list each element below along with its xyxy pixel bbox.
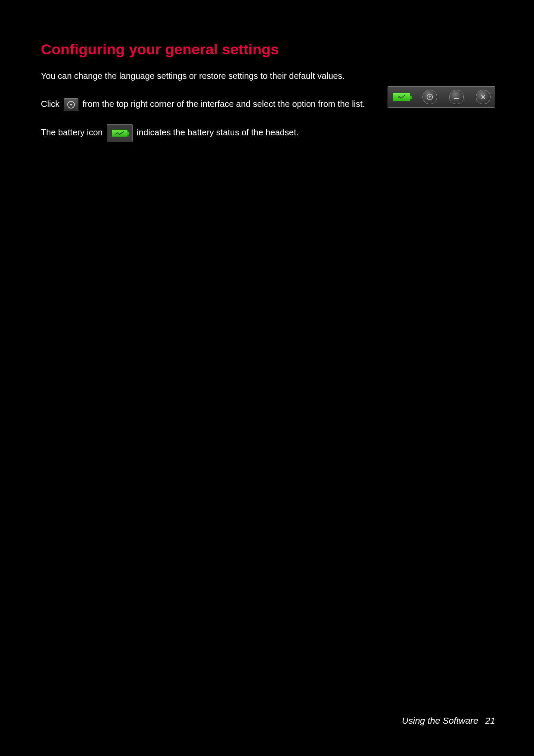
battery-icon (392, 93, 410, 101)
manual-page: Configuring your general settings You ca… (0, 0, 534, 756)
page-footer: Using the Software 21 (402, 715, 495, 726)
text-fragment: The battery icon (41, 128, 102, 137)
svg-marker-6 (69, 104, 72, 106)
battery-instruction: The battery icon indicates the battery s… (41, 124, 420, 142)
footer-section: Using the Software (402, 715, 478, 725)
text-fragment: from the top right corner of the interfa… (82, 99, 365, 109)
battery-icon (107, 124, 133, 142)
svg-rect-2 (454, 98, 459, 99)
text-fragment: indicates the battery status of the head… (137, 128, 299, 137)
page-title: Configuring your general settings (41, 41, 495, 58)
settings-dropdown-icon (64, 98, 78, 111)
software-toolbar (388, 86, 495, 108)
minimize-button[interactable] (449, 90, 464, 104)
text-fragment: Click (41, 99, 59, 109)
click-instruction: Click from the top right corner of the i… (41, 97, 420, 111)
svg-marker-1 (428, 97, 431, 98)
close-button[interactable] (476, 90, 491, 104)
settings-button[interactable] (422, 90, 437, 104)
footer-page-number: 21 (485, 715, 495, 725)
intro-paragraph: You can change the language settings or … (41, 70, 377, 82)
